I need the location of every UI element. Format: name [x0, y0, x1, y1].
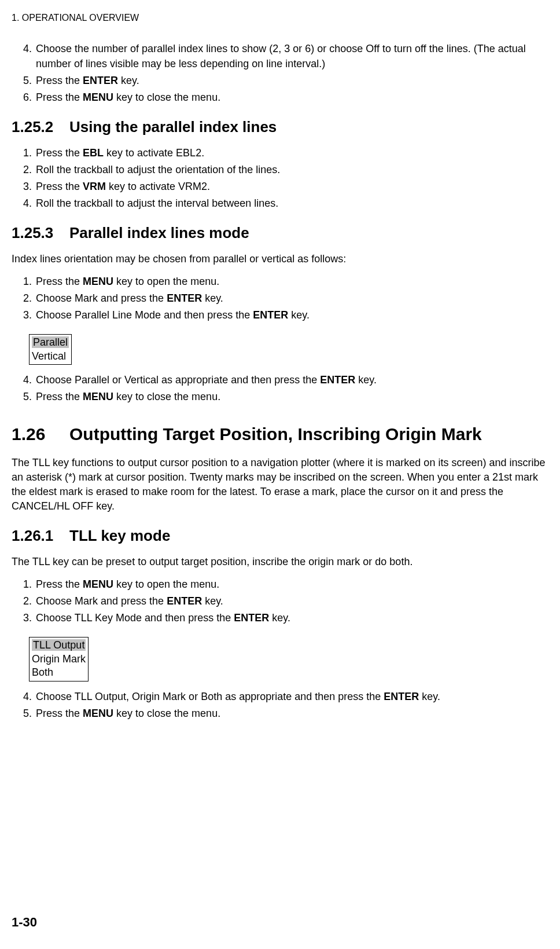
list-item: 5. Press the MENU key to close the menu.: [23, 390, 548, 404]
key-name: MENU: [83, 276, 113, 287]
text-part: key to close the menu.: [113, 391, 220, 402]
key-name: ENTER: [167, 595, 202, 607]
list-item: 2. Roll the trackball to adjust the orie…: [23, 163, 548, 177]
key-name: MENU: [83, 578, 113, 590]
list-item: 5. Press the MENU key to close the menu.: [23, 706, 548, 721]
list-item: 4. Choose TLL Output, Origin Mark or Bot…: [23, 690, 548, 704]
list-number: 1.: [23, 146, 36, 160]
option-item: Origin Mark: [32, 653, 86, 666]
text-part: key.: [202, 595, 223, 607]
list-number: 2.: [23, 291, 36, 306]
option-selected: TLL Output: [32, 639, 86, 651]
text-part: Choose Mark and press the: [36, 595, 167, 607]
list-item: 4. Choose the number of parallel index l…: [23, 42, 548, 71]
paragraph-1-26: The TLL key functions to output cursor p…: [12, 456, 548, 514]
option-box-parallel-mode: Parallel Vertical: [29, 334, 72, 365]
major-heading-1-26: 1.26 Outputting Target Position, Inscrib…: [12, 422, 548, 446]
list-item: 1. Press the EBL key to activate EBL2.: [23, 146, 548, 160]
list-text: Choose Parallel Line Mode and then press…: [36, 308, 548, 323]
text-part: key to open the menu.: [113, 578, 219, 590]
text-part: Press the: [36, 75, 83, 86]
list-number: 4.: [23, 373, 36, 387]
list-text: Press the MENU key to open the menu.: [36, 274, 548, 289]
list-number: 5.: [23, 74, 36, 88]
list-number: 1.: [23, 274, 36, 289]
text-part: key.: [269, 612, 290, 624]
list-number: 4.: [23, 690, 36, 704]
text-part: key to activate EBL2.: [104, 147, 204, 159]
key-name: ENTER: [83, 75, 118, 86]
list-text: Press the MENU key to close the menu.: [36, 90, 548, 105]
list-item: 3. Press the VRM key to activate VRM2.: [23, 179, 548, 194]
section-title: TLL key mode: [69, 527, 170, 544]
list-number: 3.: [23, 611, 36, 625]
text-part: Choose Parallel Line Mode and then press…: [36, 309, 253, 321]
text-part: Press the: [36, 708, 83, 719]
text-part: key.: [288, 309, 310, 321]
key-name: ENTER: [167, 292, 202, 304]
list-text: Press the VRM key to activate VRM2.: [36, 179, 548, 194]
option-box-tll-mode: TLL Output Origin Mark Both: [29, 637, 89, 681]
text-part: key.: [355, 374, 377, 386]
list-text: Choose TLL Output, Origin Mark or Both a…: [36, 690, 548, 704]
option-item: Both: [32, 666, 86, 679]
list-block-continued: 4. Choose the number of parallel index l…: [23, 42, 548, 105]
list-text: Choose TLL Key Mode and then press the E…: [36, 611, 548, 625]
list-text: Press the ENTER key.: [36, 74, 548, 88]
list-number: 6.: [23, 90, 36, 105]
text-part: key.: [419, 691, 440, 702]
text-part: Choose Parallel or Vertical as appropria…: [36, 374, 320, 386]
list-text: Choose Mark and press the ENTER key.: [36, 594, 548, 609]
text-part: key.: [118, 75, 139, 86]
paragraph-intro: Index lines orientation may be chosen fr…: [12, 252, 548, 266]
major-title: Outputting Target Position, Inscribing O…: [69, 422, 548, 446]
list-block-1-25-2: 1. Press the EBL key to activate EBL2. 2…: [23, 146, 548, 211]
text-part: key to activate VRM2.: [106, 181, 210, 192]
key-name: VRM: [83, 181, 106, 192]
option-item: Vertical: [32, 350, 69, 363]
list-item: 6. Press the MENU key to close the menu.: [23, 90, 548, 105]
text-part: Press the: [36, 181, 83, 192]
list-number: 4.: [23, 42, 36, 71]
list-text: Choose the number of parallel index line…: [36, 42, 548, 71]
text-part: Press the: [36, 147, 83, 159]
text-part: key to close the menu.: [113, 708, 220, 719]
list-text: Roll the trackball to adjust the orienta…: [36, 163, 548, 177]
key-name: ENTER: [384, 691, 419, 702]
list-number: 5.: [23, 390, 36, 404]
list-item: 1. Press the MENU key to open the menu.: [23, 274, 548, 289]
key-name: MENU: [83, 91, 113, 103]
text-part: Press the: [36, 391, 83, 402]
section-number: 1.25.3: [12, 222, 69, 243]
key-name: MENU: [83, 708, 113, 719]
text-part: Choose TLL Output, Origin Mark or Both a…: [36, 691, 384, 702]
text-part: Press the: [36, 276, 83, 287]
page-number: 1-30: [12, 914, 37, 926]
section-title: Using the parallel index lines: [69, 118, 277, 135]
list-number: 3.: [23, 179, 36, 194]
major-number: 1.26: [12, 422, 69, 446]
list-text: Press the MENU key to open the menu.: [36, 577, 548, 592]
option-selected: Parallel: [32, 336, 69, 348]
list-text: Press the MENU key to close the menu.: [36, 706, 548, 721]
list-block-1-25-3a: 1. Press the MENU key to open the menu. …: [23, 274, 548, 323]
list-text: Choose Mark and press the ENTER key.: [36, 291, 548, 306]
list-item: 1. Press the MENU key to open the menu.: [23, 577, 548, 592]
list-text: Press the EBL key to activate EBL2.: [36, 146, 548, 160]
section-heading-1-25-3: 1.25.3Parallel index lines mode: [12, 222, 548, 243]
list-number: 2.: [23, 594, 36, 609]
list-item: 3. Choose Parallel Line Mode and then pr…: [23, 308, 548, 323]
list-item: 2. Choose Mark and press the ENTER key.: [23, 291, 548, 306]
list-item: 3. Choose TLL Key Mode and then press th…: [23, 611, 548, 625]
text-part: key to close the menu.: [113, 91, 220, 103]
key-name: MENU: [83, 391, 113, 402]
list-item: 2. Choose Mark and press the ENTER key.: [23, 594, 548, 609]
text-part: Choose Mark and press the: [36, 292, 167, 304]
text-part: Press the: [36, 91, 83, 103]
key-name: ENTER: [320, 374, 355, 386]
section-number: 1.26.1: [12, 525, 69, 546]
section-heading-1-26-1: 1.26.1TLL key mode: [12, 525, 548, 546]
list-item: 5. Press the ENTER key.: [23, 74, 548, 88]
text-part: Press the: [36, 578, 83, 590]
list-text: Choose Parallel or Vertical as appropria…: [36, 373, 548, 387]
